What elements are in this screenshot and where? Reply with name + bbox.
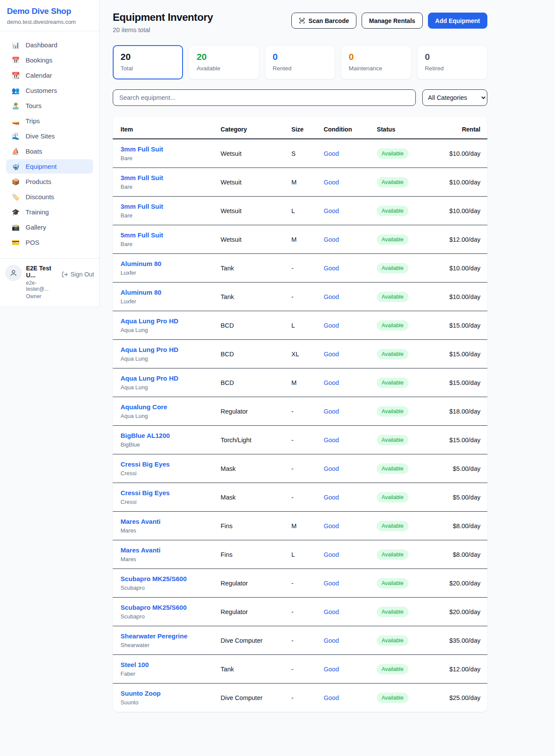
item-name-link[interactable]: 5mm Full Suit — [121, 231, 221, 239]
rental-cell: $15.00/day — [441, 340, 487, 368]
table-row: 3mm Full Suit Bare Wetsuit S Good Availa… — [113, 139, 487, 168]
sidebar-item-training[interactable]: 🎓 Training — [6, 205, 93, 219]
rental-cell: $15.00/day — [441, 311, 487, 340]
stat-card-total[interactable]: 20 Total — [113, 45, 183, 79]
condition-link[interactable]: Good — [323, 494, 339, 501]
condition-link[interactable]: Good — [323, 207, 339, 214]
condition-link[interactable]: Good — [323, 179, 339, 186]
sidebar-item-tours[interactable]: 🏝️ Tours — [6, 99, 93, 113]
sidebar-item-label: Bookings — [26, 56, 52, 64]
condition-link[interactable]: Good — [323, 637, 339, 644]
item-name-link[interactable]: Suunto Zoop — [121, 690, 221, 697]
sidebar-item-boats[interactable]: ⛵ Boats — [6, 144, 93, 158]
item-name-link[interactable]: 3mm Full Suit — [121, 203, 221, 210]
condition-link[interactable]: Good — [323, 351, 339, 358]
sidebar-item-products[interactable]: 📦 Products — [6, 174, 93, 189]
category-cell: Fins — [221, 512, 291, 540]
rental-cell: $10.00/day — [441, 197, 487, 225]
item-name-link[interactable]: Aqua Lung Pro HD — [121, 317, 221, 325]
item-name-link[interactable]: Aqua Lung Pro HD — [121, 346, 221, 353]
item-name-link[interactable]: Shearwater Peregrine — [121, 632, 221, 640]
table-row: Scubapro MK25/S600 Scubapro Regulator - … — [113, 598, 487, 626]
sign-out-button[interactable]: Sign Out — [62, 271, 94, 278]
item-name-link[interactable]: 3mm Full Suit — [121, 174, 221, 181]
table-row: Aluminum 80 Luxfer Tank - Good Available… — [113, 254, 487, 283]
person-icon — [10, 269, 17, 277]
table-row: Scubapro MK25/S600 Scubapro Regulator - … — [113, 569, 487, 598]
category-cell: Wetsuit — [221, 168, 291, 197]
stat-card-rented[interactable]: 0 Rented — [265, 45, 335, 79]
condition-link[interactable]: Good — [323, 265, 339, 272]
item-name-link[interactable]: Aluminum 80 — [121, 289, 221, 296]
stat-card-maintenance[interactable]: 0 Maintenance — [341, 45, 411, 79]
column-header-rental: Rental — [441, 117, 487, 139]
add-equipment-label: Add Equipment — [435, 17, 480, 24]
condition-link[interactable]: Good — [323, 465, 339, 472]
condition-link[interactable]: Good — [323, 379, 339, 386]
condition-link[interactable]: Good — [323, 523, 339, 529]
search-input[interactable] — [113, 89, 416, 106]
sign-out-label: Sign Out — [71, 271, 94, 278]
condition-link[interactable]: Good — [323, 580, 339, 587]
stat-card-retired[interactable]: 0 Retired — [417, 45, 487, 79]
stat-value: 20 — [196, 52, 251, 61]
sidebar-item-discounts[interactable]: 🏷️ Discounts — [6, 190, 93, 204]
item-name-link[interactable]: Cressi Big Eyes — [121, 489, 221, 496]
item-name-link[interactable]: Mares Avanti — [121, 518, 221, 525]
table-row: 5mm Full Suit Bare Wetsuit M Good Availa… — [113, 225, 487, 254]
category-filter-select[interactable]: All Categories — [422, 89, 487, 106]
category-cell: Dive Computer — [221, 684, 291, 712]
condition-link[interactable]: Good — [323, 437, 339, 444]
rental-cell: $8.00/day — [441, 512, 487, 540]
brand-name[interactable]: Demo Dive Shop — [7, 7, 92, 16]
sidebar-item-trips[interactable]: 🚤 Trips — [6, 114, 93, 128]
item-name-link[interactable]: Scubapro MK25/S600 — [121, 604, 221, 611]
sidebar-item-label: Products — [26, 178, 51, 185]
size-cell: M — [291, 168, 323, 197]
condition-link[interactable]: Good — [323, 551, 339, 558]
condition-link[interactable]: Good — [323, 150, 339, 157]
item-name-link[interactable]: Cressi Big Eyes — [121, 460, 221, 468]
sidebar-item-bookings[interactable]: 📅 Bookings — [6, 53, 93, 67]
condition-link[interactable]: Good — [323, 322, 339, 329]
add-equipment-button[interactable]: Add Equipment — [428, 13, 487, 29]
sidebar-item-label: Tours — [26, 102, 42, 109]
condition-link[interactable]: Good — [323, 694, 339, 701]
page-header: Equipment Inventory 20 items total Scan … — [113, 11, 487, 33]
condition-link[interactable]: Good — [323, 666, 339, 673]
scan-barcode-button[interactable]: Scan Barcode — [291, 13, 356, 29]
inventory-table: Item Category Size Condition Status Rent… — [113, 117, 487, 712]
item-name-link[interactable]: 3mm Full Suit — [121, 145, 221, 153]
item-name-link[interactable]: Mares Avanti — [121, 546, 221, 554]
condition-link[interactable]: Good — [323, 608, 339, 615]
item-name-link[interactable]: Aqualung Core — [121, 403, 221, 411]
size-cell: S — [291, 139, 323, 168]
condition-link[interactable]: Good — [323, 293, 339, 300]
size-cell: - — [291, 454, 323, 483]
item-name-link[interactable]: Aluminum 80 — [121, 260, 221, 267]
user-email: e2e-tester@... — [26, 280, 57, 292]
sidebar-item-equipment[interactable]: 🤿 Equipment — [6, 159, 93, 174]
sidebar-item-dive-sites[interactable]: 🌊 Dive Sites — [6, 129, 93, 143]
sidebar-item-dashboard[interactable]: 📊 Dashboard — [6, 38, 93, 52]
sailboat-icon: ⛵ — [11, 148, 20, 154]
table-row: Cressi Big Eyes Cressi Mask - Good Avail… — [113, 454, 487, 483]
stat-card-available[interactable]: 20 Available — [189, 45, 259, 79]
item-name-link[interactable]: Steel 100 — [121, 661, 221, 668]
condition-link[interactable]: Good — [323, 408, 339, 415]
table-row: Aqua Lung Pro HD Aqua Lung BCD M Good Av… — [113, 368, 487, 397]
item-name-link[interactable]: Aqua Lung Pro HD — [121, 375, 221, 382]
sidebar-item-pos[interactable]: 💳 POS — [6, 235, 93, 250]
scan-barcode-label: Scan Barcode — [309, 17, 349, 24]
item-name-link[interactable]: BigBlue AL1200 — [121, 432, 221, 439]
manage-rentals-button[interactable]: Manage Rentals — [362, 13, 423, 29]
status-badge: Available — [377, 234, 408, 245]
condition-link[interactable]: Good — [323, 236, 339, 243]
sidebar-item-label: Dive Sites — [26, 132, 55, 140]
sidebar-item-customers[interactable]: 👥 Customers — [6, 83, 93, 98]
sidebar-item-calendar[interactable]: 📆 Calendar — [6, 68, 93, 82]
item-name-link[interactable]: Scubapro MK25/S600 — [121, 575, 221, 582]
item-brand: Mares — [121, 556, 221, 562]
status-badge: Available — [377, 635, 408, 646]
sidebar-item-gallery[interactable]: 📸 Gallery — [6, 220, 93, 234]
